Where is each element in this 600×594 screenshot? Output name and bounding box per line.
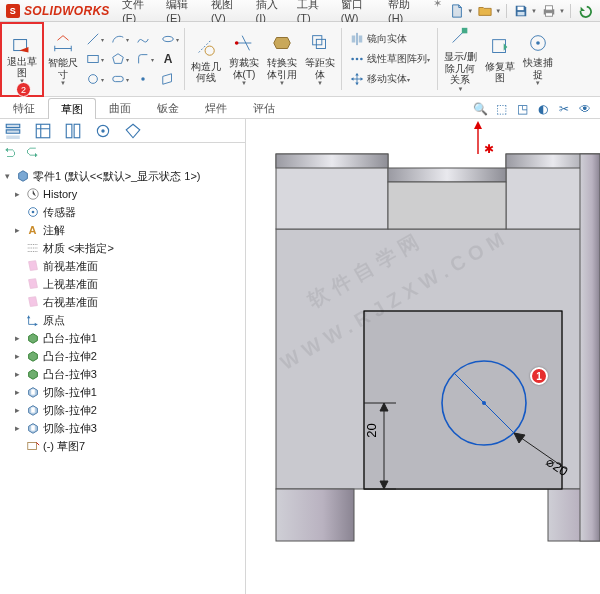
tree-ext3[interactable]: ▸凸台-拉伸3 (2, 365, 243, 383)
tab-surface[interactable]: 曲面 (96, 97, 144, 118)
point-tool[interactable] (132, 69, 157, 89)
cut-extrude-icon (25, 403, 40, 418)
ellipse-tool[interactable]: ▾ (157, 29, 182, 49)
tree-cut1[interactable]: ▸切除-拉伸1 (2, 383, 243, 401)
tree-history[interactable]: ▸History (2, 185, 243, 203)
tab-weldment[interactable]: 焊件 (192, 97, 240, 118)
open-icon[interactable] (476, 2, 494, 20)
fillet-icon (135, 51, 151, 67)
svg-rect-4 (546, 12, 553, 16)
tree-top-plane[interactable]: 上视基准面 (2, 275, 243, 293)
panel-back-icon[interactable]: ⮌ (4, 146, 16, 160)
polygon-icon (110, 51, 126, 67)
snap-icon (526, 31, 550, 55)
tree-annotations[interactable]: ▸A注解 (2, 221, 243, 239)
svg-point-29 (31, 211, 34, 214)
panel-forward-icon[interactable]: ⮎ (26, 146, 38, 160)
origin-icon (25, 313, 40, 328)
text-tool[interactable]: A (157, 49, 182, 69)
collapse-icon[interactable]: ▾ (2, 171, 12, 181)
logo-mark: S (6, 4, 20, 18)
new-doc-icon[interactable] (448, 2, 466, 20)
material-icon (25, 241, 40, 256)
offset-icon (308, 31, 332, 55)
config-tab-icon[interactable] (64, 122, 82, 140)
tree-root[interactable]: ▾ 零件1 (默认<<默认>_显示状态 1>) (2, 167, 243, 185)
display-tab-icon[interactable] (124, 122, 142, 140)
svg-rect-44 (388, 168, 506, 182)
repair-sketch-button[interactable]: 修复草 图 (481, 22, 519, 96)
tree-ext2[interactable]: ▸凸台-拉伸2 (2, 347, 243, 365)
svg-rect-31 (31, 407, 35, 412)
tree-cut2[interactable]: ▸切除-拉伸2 (2, 401, 243, 419)
panel-toolrow: ⮌ ⮎ (0, 143, 245, 163)
tree-sketch7[interactable]: (-) 草图7 (2, 437, 243, 455)
tree-front-plane[interactable]: 前视基准面 (2, 257, 243, 275)
svg-rect-45 (388, 182, 506, 229)
offset-label: 等距实 体 (305, 57, 335, 80)
print-icon[interactable] (540, 2, 558, 20)
section-view-icon[interactable]: ✂ (555, 100, 573, 118)
svg-rect-18 (462, 28, 468, 33)
dimension-20[interactable]: 20 (364, 423, 379, 437)
tree-material[interactable]: 材质 <未指定> (2, 239, 243, 257)
trim-icon (232, 31, 256, 55)
move-button[interactable]: 移动实体▾ (346, 69, 433, 89)
trim-button[interactable]: 剪裁实 体(T) ▼ (225, 22, 263, 96)
mirror-button[interactable]: 镜向实体 (346, 29, 433, 49)
tree-right-plane[interactable]: 右视基准面 (2, 293, 243, 311)
show-hide-relations-button[interactable]: 显示/删 除几何 关系 ▼ (440, 22, 481, 96)
graphics-canvas[interactable]: ✱ (246, 119, 600, 594)
spline-tool[interactable] (132, 29, 157, 49)
top-plane-icon (25, 277, 40, 292)
plane-tool[interactable] (157, 69, 182, 89)
line-tool[interactable]: ▾ (82, 29, 107, 49)
tree-ext1[interactable]: ▸凸台-拉伸1 (2, 329, 243, 347)
point-icon (135, 71, 151, 87)
undo-icon[interactable] (576, 2, 594, 20)
svg-point-26 (101, 129, 104, 132)
arc-icon (110, 31, 126, 47)
tree-sensors[interactable]: 传感器 (2, 203, 243, 221)
tab-sheetmetal[interactable]: 钣金 (144, 97, 192, 118)
tab-features[interactable]: 特征 (0, 97, 48, 118)
tab-sketch[interactable]: 草图 (48, 98, 96, 119)
mirror-label: 镜向实体 (367, 32, 407, 46)
arc-tool[interactable]: ▾ (107, 29, 132, 49)
svg-rect-30 (31, 389, 35, 394)
construction-geom-button[interactable]: 构造几 何线 (187, 22, 225, 96)
offset-button[interactable]: 等距实 体 ▼ (301, 22, 339, 96)
exit-sketch-label: 退出草 图 (7, 57, 37, 78)
svg-rect-41 (276, 154, 388, 168)
slot-icon (110, 71, 126, 87)
quick-snap-button[interactable]: 快速捕 捉 ▼ (519, 22, 557, 96)
circle-tool[interactable]: ▾ (82, 69, 107, 89)
save-icon[interactable] (512, 2, 530, 20)
smart-dimension-button[interactable]: 智能尺 寸 ▼ (44, 22, 82, 96)
fillet-tool[interactable]: ▾ (132, 49, 157, 69)
convert-button[interactable]: 转换实 体引用 ▼ (263, 22, 301, 96)
tree-origin[interactable]: 原点 (2, 311, 243, 329)
slot-tool[interactable]: ▾ (107, 69, 132, 89)
view-orientation-icon[interactable]: ◳ (513, 100, 531, 118)
repair-label: 修复草 图 (485, 61, 515, 84)
property-tab-icon[interactable] (34, 122, 52, 140)
rectangle-tool[interactable]: ▾ (82, 49, 107, 69)
linear-pattern-button[interactable]: 线性草图阵列▾ (346, 49, 433, 69)
dimxpert-tab-icon[interactable] (94, 122, 112, 140)
menu-bar: S SOLIDWORKS 文件(F) 编辑(E) 视图(V) 插入(I) 工具(… (0, 0, 600, 22)
boss-extrude-icon (25, 349, 40, 364)
feature-tree-tab-icon[interactable] (4, 122, 22, 140)
zoom-area-icon[interactable]: ⬚ (492, 100, 510, 118)
tab-evaluate[interactable]: 评估 (240, 97, 288, 118)
svg-point-11 (205, 46, 214, 55)
hide-show-icon[interactable]: 👁 (576, 100, 594, 118)
exit-sketch-button[interactable]: 退出草 图 ▼ 2 (0, 22, 44, 97)
tree-cut3[interactable]: ▸切除-拉伸3 (2, 419, 243, 437)
repair-icon (488, 35, 512, 59)
feature-tree: ▾ 零件1 (默认<<默认>_显示状态 1>) ▸History 传感器 ▸A注… (0, 163, 245, 594)
polygon-tool[interactable]: ▾ (107, 49, 132, 69)
zoom-fit-icon[interactable]: 🔍 (471, 100, 489, 118)
svg-rect-22 (36, 124, 50, 138)
display-style-icon[interactable]: ◐ (534, 100, 552, 118)
